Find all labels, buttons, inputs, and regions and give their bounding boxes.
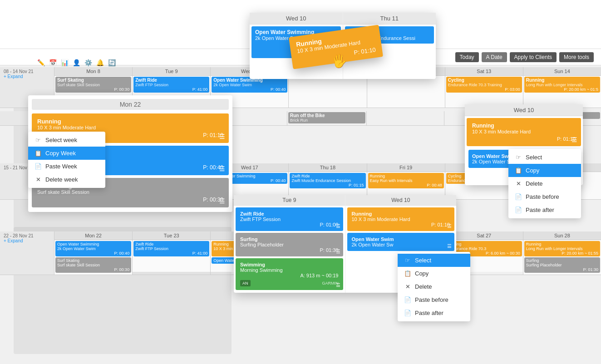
- card-title: Running: [526, 78, 598, 83]
- card-menu-icon[interactable]: ☰: [447, 243, 452, 249]
- edit-icon[interactable]: ✏️: [36, 59, 45, 66]
- card-surf-mon22-bg[interactable]: Surf Skating Surf skate Skill Session P:…: [55, 257, 131, 273]
- card-zwift-tue9[interactable]: Zwift Ride Zwift FTP Session P: 41:00: [133, 77, 209, 93]
- user-icon[interactable]: 👤: [72, 59, 81, 66]
- right-float-header: Wed 10: [465, 104, 583, 116]
- day-sun28-bg-header: Sun 28: [523, 231, 601, 240]
- card-sub: Brick Run: [290, 118, 364, 123]
- card-surfing-sun28-bg[interactable]: Surfing Surfing Placeholder P: 01:30: [524, 257, 600, 273]
- card-running-fri19[interactable]: Running Easy Run with Intervals P: 00:48: [368, 173, 444, 188]
- card-title: Running: [472, 123, 576, 129]
- card-title: Zwift Ride: [291, 174, 364, 178]
- apply-clients-button[interactable]: Apply to Clients: [510, 52, 557, 62]
- menu-paste-after-1[interactable]: 📄 Paste after: [398, 306, 470, 320]
- card-sub: Surfing Placeholder: [526, 263, 598, 267]
- card-running-rightfloat[interactable]: Running 10 X 3 min Moderate Hard P: 01:1…: [467, 118, 581, 146]
- card-title: Running: [352, 211, 450, 216]
- menu-delete-2-label: Delete: [526, 180, 543, 187]
- card-sub: Easy Run with Intervals: [370, 178, 442, 183]
- day-mon8-header: Mon 8: [54, 67, 132, 76]
- menu-paste-before-2[interactable]: 📄 Paste before: [508, 190, 581, 203]
- day-thu18: Thu 18 Zwift Ride Zwift Muscle Endurance…: [289, 163, 367, 199]
- day-mon22-bg-content: Open Water Swimming 2k Open Water Swim P…: [54, 240, 132, 275]
- menu-select-1[interactable]: ☞ Select: [398, 254, 470, 267]
- calendar-icon[interactable]: 📅: [48, 59, 57, 66]
- card-sub: Surf skate Skill Session: [37, 189, 223, 195]
- card-menu-icon[interactable]: ☰: [219, 133, 225, 140]
- card-cycling-sat13[interactable]: Cycling Endurance Ride 70.3 Training P: …: [446, 77, 522, 93]
- day-fri19: Fri 19 Running Easy Run with Intervals P…: [367, 163, 445, 199]
- card-menu-icon[interactable]: ☰: [571, 136, 577, 143]
- card-sub: Long Run with Longer Intervals: [526, 83, 598, 87]
- card-swimming-midfloat[interactable]: Swimming Morning Swimming A: 913 m ~ 00:…: [236, 258, 343, 290]
- card-power: P: 00:30: [57, 87, 129, 92]
- card-sub: Surf skate Skill Session: [57, 83, 129, 87]
- menu-copy-2-label: Copy: [526, 167, 539, 174]
- card-sub: Zwift FTP Session: [135, 83, 207, 87]
- card-ow-midfloat[interactable]: Open Water Swim 2k Open Water Sw ☰: [347, 233, 455, 251]
- card-power: P: 00:40: [213, 87, 286, 92]
- date-button[interactable]: A Date: [482, 52, 507, 62]
- card-runoffbike[interactable]: Run off the Bike Brick Run: [288, 112, 365, 123]
- card-openwater-wed10[interactable]: Open Water Swimming 2k Open Water Swim P…: [212, 77, 287, 93]
- card-menu-icon[interactable]: ☰: [219, 165, 225, 172]
- day-tue23-bg-content: Zwift Ride Zwift FTP Session P: 41:00: [133, 240, 210, 272]
- card-menu-icon[interactable]: ☰: [336, 282, 340, 288]
- card-zwift-tue23-bg[interactable]: Zwift Ride Zwift FTP Session P: 41:00: [133, 241, 209, 256]
- card-power: P: 01:15: [291, 183, 364, 187]
- activity-context-menu-2: ☞ Select 📋 Copy ✕ Delete 📄 Paste before …: [508, 149, 581, 218]
- menu-select-week-label: Select week: [45, 137, 77, 143]
- day-sun14-header: Sun 14: [523, 67, 601, 76]
- card-zwift-thu18[interactable]: Zwift Ride Zwift Muscle Endurance Sessio…: [290, 173, 365, 188]
- card-running-midfloat[interactable]: Running 10 X 3 min Moderate Hard P: 01:1…: [347, 207, 455, 231]
- card-ow-mon22-bg[interactable]: Open Water Swimming 2k Open Water Swim P…: [55, 241, 131, 256]
- day-tue9-header: Tue 9: [133, 67, 210, 76]
- paste-after-icon: 📄: [404, 310, 411, 316]
- bell-icon[interactable]: 🔔: [95, 59, 104, 66]
- day-fri12-content: [367, 76, 445, 108]
- top-float-thu11-header: Thu 11: [343, 13, 436, 25]
- week-2-expand[interactable]: + Expand: [4, 238, 23, 243]
- day-fri12-extra: [367, 111, 444, 125]
- sync-icon[interactable]: 🔄: [107, 59, 116, 66]
- more-tools-button[interactable]: More tools: [559, 52, 594, 62]
- card-running-sun28-bg[interactable]: Running Long Run with Longer Intervals P…: [524, 241, 600, 256]
- chart-icon[interactable]: 📊: [60, 59, 69, 66]
- menu-paste-week[interactable]: 📄 Paste Week: [28, 160, 105, 173]
- settings-icon[interactable]: ⚙️: [84, 59, 93, 66]
- card-running-sun14[interactable]: Running Long Run with Longer Intervals P…: [524, 77, 600, 93]
- card-zwift-midfloat[interactable]: Zwift Ride Zwift FTP Session P: 01:00 ☰: [236, 207, 343, 231]
- menu-copy-week[interactable]: 📋 Copy Week: [28, 147, 105, 160]
- card-power: P: 00:48: [370, 183, 442, 187]
- today-button[interactable]: Today: [455, 52, 479, 62]
- menu-copy-week-label: Copy Week: [45, 150, 76, 157]
- card-title: Run off the Bike: [290, 113, 364, 118]
- card-menu-icon[interactable]: ☰: [447, 223, 452, 229]
- menu-paste-after-2[interactable]: 📄 Paste after: [508, 203, 581, 216]
- card-surfing-midfloat[interactable]: Surfing Surfing Placeholder P: 01:30 ☰: [236, 233, 343, 256]
- paste-after-icon: 📄: [515, 207, 522, 213]
- week-1-expand[interactable]: + Expand: [4, 74, 23, 79]
- menu-delete-week[interactable]: ✕ Delete week: [28, 173, 105, 186]
- an-badge: AN: [240, 280, 251, 286]
- menu-select-week[interactable]: ☞ Select week: [28, 133, 105, 147]
- delete-icon: ✕: [515, 180, 522, 187]
- card-surf-skating-mon8[interactable]: Surf Skating Surf skate Skill Session P:…: [55, 77, 131, 93]
- menu-copy-2[interactable]: 📋 Copy: [508, 164, 581, 177]
- day-fri19-header: Fri 19: [367, 163, 445, 172]
- card-title: Running: [370, 174, 442, 178]
- card-menu-icon[interactable]: ☰: [336, 223, 340, 229]
- card-menu-icon[interactable]: ☰: [219, 197, 225, 205]
- menu-delete-1[interactable]: ✕ Delete: [398, 280, 470, 293]
- copy-icon: 📋: [515, 167, 522, 174]
- card-menu-icon[interactable]: ☰: [336, 249, 340, 255]
- menu-paste-before-1[interactable]: 📄 Paste before: [398, 293, 470, 306]
- menu-delete-2[interactable]: ✕ Delete: [508, 177, 581, 190]
- menu-copy-1[interactable]: 📋 Copy: [398, 267, 470, 280]
- menu-select-2[interactable]: ☞ Select: [508, 151, 581, 164]
- mid-float-tue9-header: Tue 9: [234, 195, 345, 206]
- menu-delete-1-label: Delete: [415, 283, 432, 290]
- card-title: Cycling: [448, 242, 520, 246]
- day-sat27-bg-header: Sat 27: [445, 231, 523, 240]
- card-title: Running: [526, 242, 598, 246]
